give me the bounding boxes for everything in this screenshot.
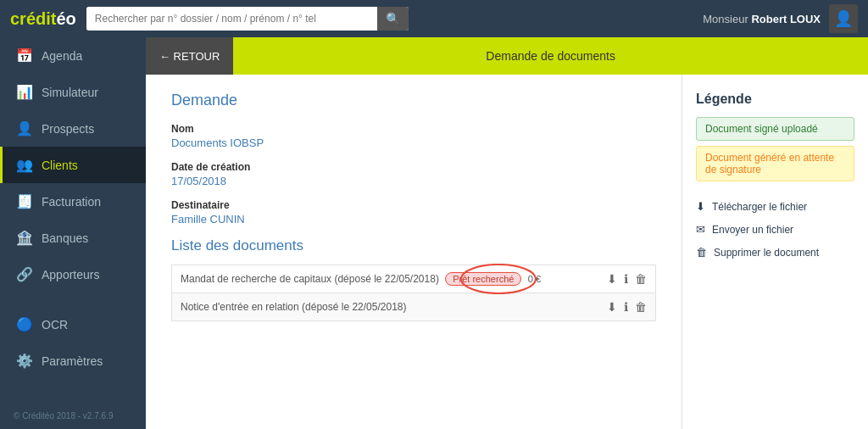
user-name: Monsieur Robert LOUX	[703, 13, 821, 25]
sidebar-item-clients[interactable]: 👥 Clients	[0, 147, 146, 183]
amount-badge: 0 €	[528, 274, 541, 284]
send-file-icon: ✉	[696, 223, 705, 236]
facturation-icon: 🧾	[16, 193, 33, 209]
doc-actions-2[interactable]: ⬇ ℹ 🗑	[592, 293, 655, 321]
avatar[interactable]: 👤	[829, 4, 858, 33]
sidebar-item-prospects[interactable]: 👤 Prospects	[0, 110, 146, 147]
legend-pending: Document généré en attente de signature	[696, 146, 854, 181]
documents-title: Liste des documents	[171, 237, 656, 254]
banques-icon: 🏦	[16, 230, 33, 246]
sidebar-item-ocr[interactable]: 🔵 OCR	[0, 306, 146, 343]
user-info: Monsieur Robert LOUX 👤	[703, 4, 858, 33]
documents-table: Mandat de recherche de capitaux (déposé …	[171, 265, 656, 321]
table-row: Mandat de recherche de capitaux (déposé …	[172, 265, 656, 293]
date-value: 17/05/2018	[171, 175, 656, 187]
nom-label: Nom	[171, 123, 656, 135]
back-button[interactable]: ← RETOUR	[146, 37, 233, 75]
simulateur-icon: 📊	[16, 84, 33, 100]
documents-section: Liste des documents Mandat de recherche …	[171, 237, 656, 321]
download-icon-1[interactable]: ⬇	[607, 272, 617, 286]
pret-badge: Prêt recherché	[445, 272, 521, 286]
download-icon-2[interactable]: ⬇	[607, 300, 617, 314]
sidebar-item-banques[interactable]: 🏦 Banques	[0, 220, 146, 256]
doc-name-1: Mandat de recherche de capitaux (déposé …	[172, 265, 593, 293]
destinataire-label: Destinataire	[171, 199, 656, 211]
sidebar-item-parametres[interactable]: ⚙️ Paramètres	[0, 343, 146, 379]
demande-section: Demande Nom Documents IOBSP Date de créa…	[171, 92, 656, 226]
delete-icon-1[interactable]: 🗑	[635, 272, 647, 286]
download-file-button[interactable]: ⬇ Télécharger le fichier	[696, 198, 854, 214]
doc-actions-1[interactable]: ⬇ ℹ 🗑	[592, 265, 655, 293]
download-file-icon: ⬇	[696, 200, 705, 213]
page-header: ← RETOUR Demande de documents	[146, 37, 868, 75]
sidebar-right: Légende Document signé uploadé Document …	[682, 75, 868, 429]
date-label: Date de création	[171, 161, 656, 173]
demande-title: Demande	[171, 92, 656, 109]
search-bar[interactable]: 🔍	[86, 7, 409, 31]
send-icon-1[interactable]: ℹ	[624, 272, 628, 286]
page-title: Demande de documents	[233, 49, 868, 63]
search-input[interactable]	[86, 8, 377, 30]
agenda-icon: 📅	[16, 47, 33, 64]
sidebar-item-apporteurs[interactable]: 🔗 Apporteurs	[0, 256, 146, 292]
delete-icon-2[interactable]: 🗑	[635, 300, 647, 314]
parametres-icon: ⚙️	[16, 353, 33, 369]
search-button[interactable]: 🔍	[377, 7, 409, 31]
legend-signed: Document signé uploadé	[696, 117, 854, 141]
content-main: Demande Nom Documents IOBSP Date de créa…	[146, 75, 682, 429]
send-file-button[interactable]: ✉ Envoyer un fichier	[696, 221, 854, 237]
delete-doc-icon: 🗑	[696, 246, 707, 259]
prospects-icon: 👤	[16, 120, 33, 136]
apporteurs-icon: 🔗	[16, 266, 33, 282]
right-actions: ⬇ Télécharger le fichier ✉ Envoyer un fi…	[696, 198, 854, 260]
destinataire-value: Famille CUNIN	[171, 213, 656, 226]
ocr-icon: 🔵	[16, 316, 33, 332]
sidebar-footer: © Créditéo 2018 - v2.7.6.9	[0, 403, 146, 429]
sidebar-item-facturation[interactable]: 🧾 Facturation	[0, 183, 146, 220]
sidebar-item-simulateur[interactable]: 📊 Simulateur	[0, 74, 146, 110]
sidebar-item-agenda[interactable]: 📅 Agenda	[0, 37, 146, 74]
sidebar: 📅 Agenda 📊 Simulateur 👤 Prospects 👥 Clie…	[0, 37, 146, 429]
logo: créditéo	[10, 9, 76, 29]
table-row: Notice d'entrée en relation (déposé le 2…	[172, 293, 656, 321]
legend-title: Légende	[696, 92, 854, 107]
doc-name-2: Notice d'entrée en relation (déposé le 2…	[172, 293, 593, 321]
send-icon-2[interactable]: ℹ	[624, 300, 628, 314]
delete-doc-button[interactable]: 🗑 Supprimer le document	[696, 244, 854, 260]
clients-icon: 👥	[16, 157, 33, 173]
nom-value: Documents IOBSP	[171, 136, 656, 149]
